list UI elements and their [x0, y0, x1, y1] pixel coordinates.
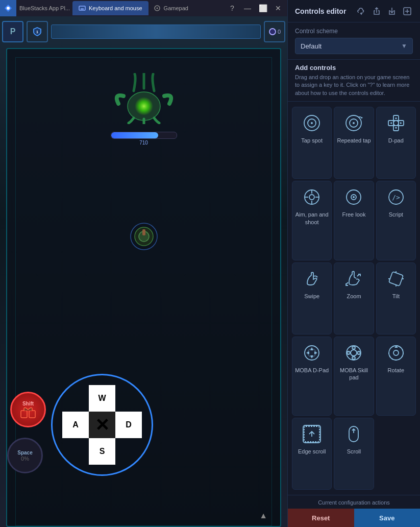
add-controls-title: Add controls: [295, 64, 413, 71]
edge-scroll-icon: [301, 423, 323, 445]
game-screen: P 1 0: [0, 16, 287, 527]
dpad-up: W: [89, 385, 115, 412]
restore-btn[interactable]: ⬜: [256, 1, 270, 15]
control-zoom[interactable]: Zoom: [334, 262, 374, 334]
swipe-icon: [301, 268, 323, 290]
control-d-pad[interactable]: D-pad: [376, 107, 416, 179]
dpad-right: D: [115, 412, 142, 438]
repeated-tap-label: Repeated tap: [337, 137, 370, 144]
free-look-label: Free look: [342, 211, 366, 218]
current-config-label: Current configuration actions: [288, 495, 420, 509]
panel-title: Controls editor: [295, 7, 346, 15]
close-btn[interactable]: ✕: [271, 1, 285, 15]
controls-grid: Tap spot Repeated tap D-pad Aim, pan and…: [288, 102, 420, 495]
control-aim-pan-shoot[interactable]: Aim, pan and shoot: [292, 181, 332, 260]
control-swipe[interactable]: Swipe: [292, 262, 332, 334]
svg-point-48: [347, 351, 350, 354]
title-bar: BlueStacks App Pl... Keyboard and mouse …: [0, 0, 287, 16]
svg-point-45: [351, 350, 357, 356]
export-icon[interactable]: [371, 6, 382, 17]
scroll-icon: [343, 423, 364, 445]
tab-keyboard-mouse[interactable]: Keyboard and mouse: [72, 1, 149, 15]
tap-spot-icon: [301, 112, 323, 134]
tap-spot-label: Tap spot: [301, 137, 323, 144]
control-repeated-tap[interactable]: Repeated tap: [334, 107, 374, 179]
app-logo: [0, 0, 16, 16]
control-tap-spot[interactable]: Tap spot: [292, 107, 332, 179]
zoom-icon: [343, 268, 364, 290]
boss-area: [108, 73, 180, 124]
d-pad-icon: [385, 112, 407, 134]
add-controls-section: Add controls Drag and drop an action on …: [288, 59, 420, 102]
svg-point-7: [156, 8, 158, 9]
save-button[interactable]: Save: [354, 509, 421, 527]
scheme-row: Control scheme: [288, 22, 420, 38]
control-free-look[interactable]: Free look: [334, 181, 374, 260]
free-look-icon: [343, 186, 364, 208]
aim-pan-shoot-icon: [301, 186, 323, 208]
svg-point-49: [357, 351, 360, 354]
add-controls-desc: Drag and drop an action on your game scr…: [295, 74, 413, 97]
minimize-btn[interactable]: —: [240, 1, 255, 15]
game-hud-top: P 1 0: [2, 18, 285, 45]
control-scroll[interactable]: Scroll: [334, 418, 374, 490]
shift-label: Shift: [22, 401, 34, 406]
svg-point-46: [352, 346, 355, 349]
zoom-label: Zoom: [347, 293, 361, 300]
svg-rect-16: [21, 411, 27, 418]
reset-button[interactable]: Reset: [288, 509, 354, 527]
scheme-dropdown[interactable]: Default ▼: [295, 38, 413, 54]
control-edge-scroll[interactable]: Edge scroll: [292, 418, 332, 490]
window-controls: ? — ⬜ ✕: [225, 1, 287, 15]
bottom-buttons: Reset Save: [288, 509, 420, 527]
control-moba-skill-pad[interactable]: MOBA Skill pad: [334, 337, 374, 416]
svg-point-38: [353, 196, 355, 198]
player-character: [129, 221, 159, 254]
d-pad-label: D-pad: [388, 137, 404, 144]
health-bar-area: 710: [111, 132, 177, 146]
edge-scroll-label: Edge scroll: [298, 448, 326, 455]
add-icon[interactable]: [402, 6, 413, 17]
controls-panel: Controls editor: [287, 0, 420, 527]
control-tilt[interactable]: Tilt: [376, 262, 416, 334]
panel-header-icons: [356, 6, 413, 17]
progress-bar: [51, 25, 261, 39]
svg-point-26: [353, 122, 355, 124]
tilt-icon: [385, 268, 407, 290]
svg-point-31: [309, 195, 314, 200]
coin-display: 0: [264, 21, 285, 42]
cloud-upload-icon[interactable]: [356, 6, 367, 17]
skill-space-button[interactable]: Space 0%: [7, 438, 43, 473]
panel-bottom: Current configuration actions Reset Save: [288, 495, 420, 527]
moba-d-pad-icon: [301, 342, 323, 364]
scheme-value: Default: [301, 42, 322, 50]
repeated-tap-icon: [343, 112, 364, 134]
svg-point-29: [393, 121, 399, 126]
help-btn[interactable]: ?: [225, 1, 239, 15]
svg-rect-15: [142, 229, 145, 235]
script-icon: />: [385, 186, 407, 208]
dpad-control[interactable]: ✕ W S A D: [51, 374, 153, 476]
svg-rect-41: [389, 271, 403, 285]
control-moba-d-pad[interactable]: MOBA D-Pad: [292, 337, 332, 416]
app-name: BlueStacks App Pl...: [16, 5, 72, 11]
moba-skill-pad-icon: [343, 342, 364, 364]
svg-rect-17: [29, 411, 35, 418]
moba-skill-pad-label: MOBA Skill pad: [336, 367, 371, 381]
tilt-label: Tilt: [392, 293, 400, 300]
moba-d-pad-label: MOBA D-Pad: [295, 367, 329, 374]
svg-text:/>: />: [392, 194, 400, 201]
swipe-label: Swipe: [304, 293, 319, 300]
space-pct: 0%: [21, 456, 29, 462]
tab-gamepad[interactable]: Gamepad: [149, 1, 193, 15]
script-label: Script: [389, 211, 403, 218]
aim-pan-shoot-label: Aim, pan and shoot: [294, 211, 329, 226]
control-script[interactable]: /> Script: [376, 181, 416, 260]
svg-point-47: [352, 356, 355, 360]
arrow-indicator: ▲: [259, 511, 267, 520]
skill-shift-button[interactable]: Shift: [10, 392, 46, 427]
control-rotate[interactable]: Rotate: [376, 337, 416, 416]
svg-text:1: 1: [36, 30, 38, 34]
shield-display: 1: [27, 21, 48, 42]
import-icon[interactable]: [386, 6, 398, 17]
